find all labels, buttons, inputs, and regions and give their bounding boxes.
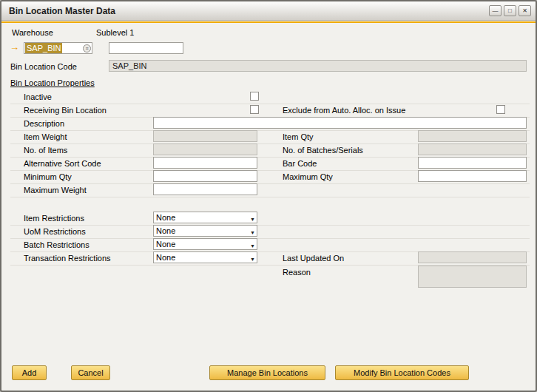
sublevel-input[interactable]: [109, 42, 183, 54]
minimum-qty-input[interactable]: [153, 170, 257, 182]
choose-from-list-icon[interactable]: ≡: [83, 44, 91, 53]
chevron-down-icon: ▼: [250, 254, 255, 265]
inactive-label: Inactive: [24, 92, 52, 101]
item-qty-field: [418, 130, 527, 142]
last-updated-on-label: Last Updated On: [283, 254, 344, 263]
last-updated-on-field: [418, 251, 527, 263]
window-title: Bin Location Master Data: [9, 6, 115, 16]
chevron-down-icon: ▼: [250, 228, 255, 238]
alternative-sort-code-input[interactable]: [153, 157, 257, 169]
warehouse-field-value: SAP_BIN: [25, 43, 62, 53]
warehouse-field[interactable]: SAP_BIN ≡: [24, 42, 92, 54]
item-weight-label: Item Weight: [24, 132, 67, 141]
bin-location-master-data-window: Bin Location Master Data — □ ✕ Warehouse…: [0, 0, 537, 392]
no-of-batches-serials-field: [418, 143, 527, 155]
item-weight-field: [153, 130, 257, 142]
bin-location-properties-section-title: Bin Location Properties: [10, 78, 95, 87]
transaction-restrictions-label: Transaction Restrictions: [24, 254, 111, 263]
batch-restrictions-dropdown[interactable]: None ▼: [153, 238, 257, 250]
receiving-bin-location-checkbox[interactable]: [250, 105, 259, 114]
maximum-qty-label: Maximum Qty: [283, 172, 333, 181]
window-controls: — □ ✕: [489, 5, 531, 16]
uom-restrictions-dropdown[interactable]: None ▼: [153, 225, 257, 237]
alternative-sort-code-label: Alternative Sort Code: [24, 159, 101, 168]
item-restrictions-dropdown[interactable]: None ▼: [153, 212, 257, 223]
cancel-button[interactable]: Cancel: [71, 365, 110, 380]
manage-bin-locations-button[interactable]: Manage Bin Locations: [209, 365, 325, 380]
inactive-checkbox[interactable]: [250, 92, 259, 101]
warehouse-label: Warehouse: [12, 28, 53, 37]
batch-restrictions-label: Batch Restrictions: [24, 240, 90, 249]
chevron-down-icon: ▼: [250, 214, 255, 225]
bin-location-code-field: SAP_BIN: [109, 60, 527, 72]
receiving-bin-location-label: Receiving Bin Location: [24, 106, 107, 115]
transaction-restrictions-dropdown[interactable]: None ▼: [153, 251, 257, 263]
transaction-restrictions-value: None: [156, 253, 175, 262]
row-separator: [10, 183, 530, 184]
bar-code-label: Bar Code: [283, 159, 317, 168]
maximum-qty-input[interactable]: [418, 170, 527, 182]
add-button[interactable]: Add: [12, 365, 47, 380]
no-of-items-field: [153, 143, 257, 155]
bar-code-input[interactable]: [418, 157, 527, 169]
accent-line: [1, 21, 536, 23]
sublevel-label: Sublevel 1: [96, 28, 134, 37]
row-separator: [10, 104, 530, 104]
uom-restrictions-label: UoM Restrictions: [24, 227, 86, 236]
item-qty-label: Item Qty: [283, 132, 314, 141]
minimum-qty-label: Minimum Qty: [24, 172, 72, 181]
row-separator: [10, 225, 530, 226]
item-restrictions-value: None: [156, 213, 175, 222]
item-restrictions-label: Item Restrictions: [24, 214, 84, 223]
no-of-batches-serials-label: No. of Batches/Serials: [283, 146, 363, 155]
bin-location-code-label: Bin Location Code: [10, 62, 77, 71]
row-separator: [10, 238, 530, 239]
link-arrow-icon[interactable]: →: [10, 41, 19, 53]
maximum-weight-input[interactable]: [153, 183, 257, 195]
no-of-items-label: No. of Items: [24, 146, 67, 155]
batch-restrictions-value: None: [156, 240, 175, 249]
chevron-down-icon: ▼: [250, 241, 255, 251]
description-input[interactable]: [153, 117, 527, 129]
reason-label: Reason: [283, 268, 311, 277]
maximize-button[interactable]: □: [504, 5, 516, 16]
exclude-auto-alloc-checkbox[interactable]: [496, 105, 505, 114]
row-separator: [10, 197, 530, 197]
reason-field: [418, 266, 527, 288]
maximum-weight-label: Maximum Weight: [24, 186, 87, 195]
description-label: Description: [24, 119, 64, 128]
modify-bin-location-codes-button[interactable]: Modify Bin Location Codes: [335, 365, 469, 380]
minimize-button[interactable]: —: [489, 5, 501, 16]
close-button[interactable]: ✕: [519, 5, 531, 16]
exclude-auto-alloc-label: Exclude from Auto. Alloc. on Issue: [283, 106, 405, 115]
uom-restrictions-value: None: [156, 226, 175, 235]
window-titlebar: Bin Location Master Data — □ ✕: [1, 1, 536, 21]
